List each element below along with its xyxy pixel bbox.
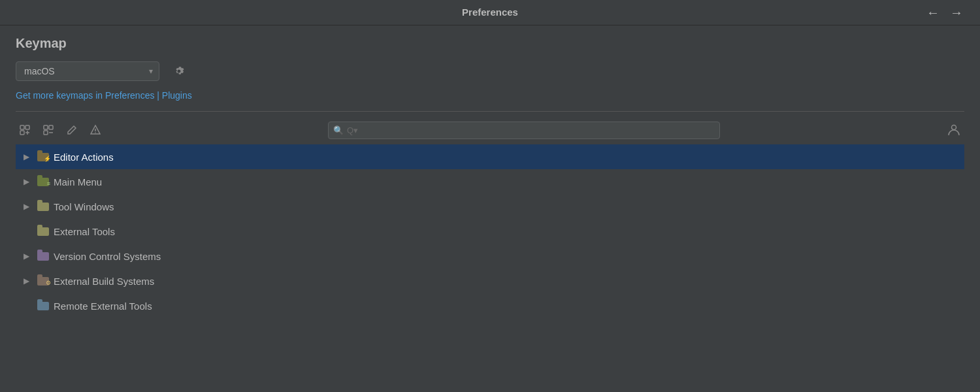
folder-build-icon bbox=[37, 277, 49, 286]
tree-item-external-build[interactable]: ▶ External Build Systems bbox=[16, 269, 964, 293]
item-label-external-build: External Build Systems bbox=[54, 276, 154, 287]
chevron-icon: ▶ bbox=[24, 152, 33, 161]
item-label-version-control: Version Control Systems bbox=[54, 251, 161, 262]
item-icon-editor-actions bbox=[37, 150, 50, 163]
folder-editor-icon bbox=[37, 153, 49, 161]
collapse-all-button[interactable] bbox=[39, 122, 57, 138]
item-icon-external-tools bbox=[37, 225, 50, 238]
item-label-editor-actions: Editor Actions bbox=[54, 152, 114, 163]
gear-icon bbox=[173, 65, 185, 77]
tree-item-external-tools[interactable]: External Tools bbox=[16, 219, 964, 244]
svg-rect-1 bbox=[25, 125, 29, 129]
folder-plain-icon bbox=[37, 227, 49, 236]
person-button[interactable] bbox=[943, 121, 964, 139]
keymap-controls: macOS Windows Linux Eclipse Emacs NetBea… bbox=[16, 61, 964, 81]
toolbar-right bbox=[943, 121, 964, 139]
expand-all-button[interactable] bbox=[16, 122, 34, 138]
tree-item-remote-tools[interactable]: Remote External Tools bbox=[16, 293, 964, 314]
expand-all-icon bbox=[20, 125, 30, 135]
tree-item-editor-actions[interactable]: ▶ Editor Actions bbox=[16, 144, 964, 169]
svg-rect-6 bbox=[49, 125, 53, 129]
svg-rect-7 bbox=[44, 131, 48, 135]
warning-icon bbox=[90, 125, 101, 135]
item-label-main-menu: Main Menu bbox=[54, 176, 102, 188]
main-content: Keymap macOS Windows Linux Eclipse Emacs… bbox=[0, 25, 980, 314]
svg-point-10 bbox=[95, 132, 96, 133]
svg-rect-5 bbox=[44, 125, 48, 129]
toolbar-left bbox=[16, 122, 105, 138]
window-title: Preferences bbox=[462, 7, 518, 18]
tree-item-main-menu[interactable]: ▶ Main Menu bbox=[16, 169, 964, 194]
item-label-tool-windows: Tool Windows bbox=[54, 201, 114, 212]
forward-button[interactable]: → bbox=[946, 4, 967, 22]
folder-remote-icon bbox=[37, 302, 49, 310]
person-icon bbox=[947, 123, 960, 137]
title-bar: Preferences ← → bbox=[0, 0, 980, 25]
chevron-icon: ▶ bbox=[24, 252, 33, 261]
item-icon-main-menu bbox=[37, 175, 50, 188]
item-icon-version-control bbox=[37, 250, 50, 263]
edit-icon bbox=[67, 125, 77, 135]
svg-rect-0 bbox=[20, 125, 24, 129]
item-icon-remote-tools bbox=[37, 299, 50, 312]
keymap-select[interactable]: macOS Windows Linux Eclipse Emacs NetBea… bbox=[16, 61, 159, 81]
collapse-all-icon bbox=[43, 125, 54, 135]
search-wrapper: 🔍 bbox=[328, 122, 720, 139]
tree-container[interactable]: ▶ Editor Actions ▶ Main Menu ▶ Tool Wind… bbox=[16, 144, 964, 314]
toolbar-row: 🔍 bbox=[16, 118, 964, 142]
tree-item-version-control[interactable]: ▶ Version Control Systems bbox=[16, 244, 964, 269]
edit-button[interactable] bbox=[63, 122, 81, 138]
keymap-select-wrapper: macOS Windows Linux Eclipse Emacs NetBea… bbox=[16, 61, 159, 81]
item-icon-external-build bbox=[37, 274, 50, 287]
search-bar-wrapper: 🔍 bbox=[328, 122, 720, 139]
tree-list: ▶ Editor Actions ▶ Main Menu ▶ Tool Wind… bbox=[16, 144, 964, 314]
search-input[interactable] bbox=[328, 122, 720, 139]
folder-menu-icon bbox=[37, 178, 49, 186]
plugins-link[interactable]: Get more keymaps in Preferences | Plugin… bbox=[16, 90, 964, 101]
warning-button[interactable] bbox=[86, 122, 105, 138]
chevron-icon: ▶ bbox=[24, 177, 33, 186]
back-button[interactable]: ← bbox=[923, 4, 943, 22]
item-icon-tool-windows bbox=[37, 200, 50, 213]
svg-point-11 bbox=[952, 125, 956, 130]
gear-button[interactable] bbox=[167, 62, 191, 80]
nav-buttons: ← → bbox=[923, 4, 967, 22]
divider bbox=[16, 111, 964, 112]
item-label-remote-tools: Remote External Tools bbox=[54, 301, 152, 312]
chevron-icon: ▶ bbox=[24, 202, 33, 211]
chevron-icon: ▶ bbox=[24, 276, 33, 286]
svg-rect-2 bbox=[20, 131, 24, 135]
page-title: Keymap bbox=[16, 36, 964, 51]
item-label-external-tools: External Tools bbox=[54, 226, 115, 237]
folder-plain-icon bbox=[37, 203, 49, 211]
tree-item-tool-windows[interactable]: ▶ Tool Windows bbox=[16, 194, 964, 219]
folder-vcs-icon bbox=[37, 252, 49, 261]
